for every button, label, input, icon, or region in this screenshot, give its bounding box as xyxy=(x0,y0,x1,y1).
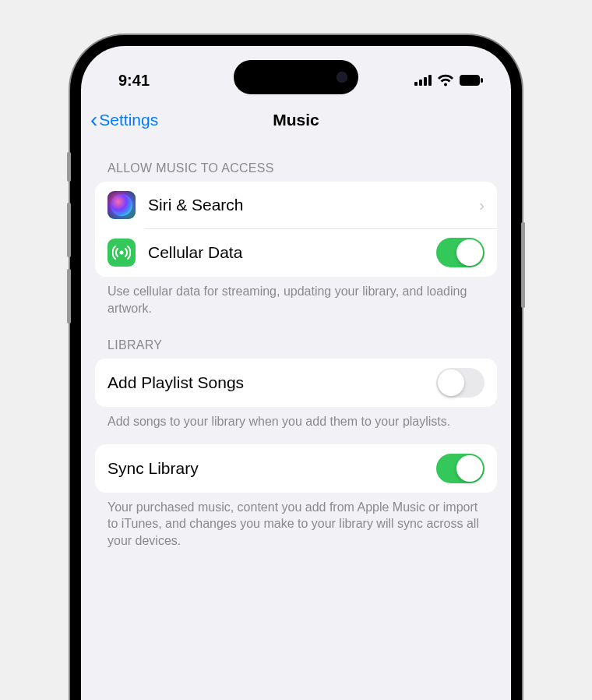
chevron-left-icon: ‹ xyxy=(90,108,97,133)
svg-rect-3 xyxy=(428,75,432,86)
row-siri-search[interactable]: Siri & Search › xyxy=(95,182,497,228)
svg-rect-0 xyxy=(414,82,418,86)
section-group-add-playlist: Add Playlist Songs xyxy=(95,359,497,407)
status-time: 9:41 xyxy=(118,72,150,90)
section-header-access: ALLOW MUSIC TO ACCESS xyxy=(107,161,497,175)
toggle-cellular-data[interactable] xyxy=(436,238,485,267)
section-footer-access: Use cellular data for streaming, updatin… xyxy=(107,283,485,316)
power-button xyxy=(521,222,525,308)
svg-rect-1 xyxy=(419,80,422,86)
nav-bar: ‹ Settings Music xyxy=(81,101,511,140)
section-group-access: Siri & Search › Cellular Data xyxy=(95,182,497,277)
page-title: Music xyxy=(273,111,319,129)
svg-rect-4 xyxy=(460,75,480,86)
volume-up-button xyxy=(67,203,71,257)
section-footer-sync: Your purchased music, content you add fr… xyxy=(107,499,485,550)
front-camera xyxy=(337,72,347,83)
silence-switch xyxy=(67,152,71,182)
back-button[interactable]: ‹ Settings xyxy=(90,108,158,133)
status-indicators xyxy=(414,74,483,87)
cellular-data-icon xyxy=(107,239,136,267)
row-label-cellular: Cellular Data xyxy=(148,243,436,262)
section-header-library: LIBRARY xyxy=(107,338,497,352)
svg-rect-2 xyxy=(424,77,427,86)
row-label-add-playlist: Add Playlist Songs xyxy=(107,373,436,392)
row-add-playlist-songs: Add Playlist Songs xyxy=(95,359,497,407)
settings-content: ALLOW MUSIC TO ACCESS Siri & Search › xyxy=(81,161,511,550)
row-sync-library: Sync Library xyxy=(95,444,497,493)
volume-down-button xyxy=(67,269,71,323)
phone-frame: 9:41 ‹ Settings xyxy=(70,35,522,700)
svg-rect-5 xyxy=(481,78,483,83)
cellular-signal-icon xyxy=(414,75,432,86)
siri-icon xyxy=(107,191,136,219)
back-label: Settings xyxy=(99,111,158,129)
screen: 9:41 ‹ Settings xyxy=(81,46,511,700)
battery-icon xyxy=(460,75,483,86)
toggle-sync-library[interactable] xyxy=(436,454,485,483)
wifi-icon xyxy=(437,74,454,87)
row-cellular-data: Cellular Data xyxy=(95,228,497,277)
toggle-add-playlist-songs[interactable] xyxy=(436,368,485,398)
row-label-sync: Sync Library xyxy=(107,459,436,478)
svg-point-6 xyxy=(120,251,124,255)
section-group-sync: Sync Library xyxy=(95,444,497,493)
section-footer-add-playlist: Add songs to your library when you add t… xyxy=(107,413,485,430)
dynamic-island xyxy=(234,60,358,94)
chevron-right-icon: › xyxy=(479,196,485,214)
row-label-siri: Siri & Search xyxy=(148,196,479,214)
